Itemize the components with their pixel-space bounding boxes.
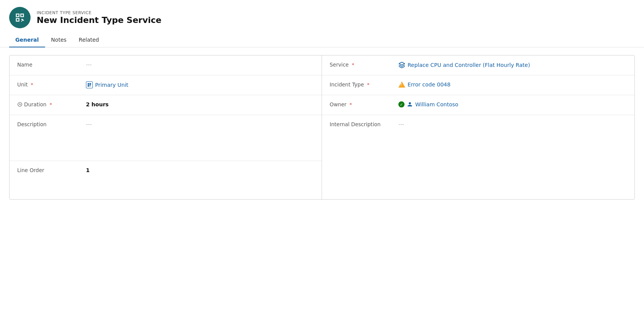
value-incident-type[interactable]: Error code 0048: [398, 81, 627, 88]
field-description: Description ---: [10, 115, 322, 161]
label-description: Description: [17, 120, 86, 127]
required-unit: *: [31, 82, 33, 88]
value-line-order[interactable]: 1: [86, 166, 314, 173]
value-description[interactable]: ---: [86, 120, 314, 127]
tab-general[interactable]: General: [9, 33, 45, 47]
field-name: Name ---: [10, 55, 322, 75]
page-title: New Incident Type Service: [37, 15, 162, 25]
tab-notes[interactable]: Notes: [45, 33, 73, 47]
page-header: INCIDENT TYPE SERVICE New Incident Type …: [0, 0, 644, 33]
svg-point-1: [19, 104, 20, 105]
required-incident-type: *: [367, 82, 370, 88]
check-circle-icon: ✓: [398, 101, 405, 107]
label-line-order: Line Order: [17, 166, 86, 173]
page-subtitle: INCIDENT TYPE SERVICE: [37, 10, 162, 15]
field-duration: Duration * 2 hours: [10, 95, 322, 115]
value-name[interactable]: ---: [86, 61, 314, 68]
label-name: Name: [17, 61, 86, 68]
service-cube-icon: [398, 62, 405, 68]
form-card: Name --- Unit * Primary Unit: [9, 55, 635, 200]
field-service: Service * Replace CPU and Controller (Fl…: [322, 55, 634, 75]
field-owner: Owner * ✓ William Contoso: [322, 95, 634, 115]
form-col-left: Name --- Unit * Primary Unit: [10, 55, 322, 199]
value-owner[interactable]: ✓ William Contoso: [398, 101, 627, 107]
required-service: *: [352, 62, 354, 68]
form-grid: Name --- Unit * Primary Unit: [10, 55, 634, 199]
value-unit[interactable]: Primary Unit: [86, 81, 314, 88]
label-service: Service *: [330, 61, 398, 68]
app-avatar: [9, 7, 31, 28]
header-text: INCIDENT TYPE SERVICE New Incident Type …: [37, 10, 162, 25]
required-owner: *: [350, 102, 352, 107]
incident-service-icon: [15, 12, 25, 23]
label-owner: Owner *: [330, 101, 398, 107]
label-duration: Duration *: [17, 101, 86, 107]
label-incident-type: Incident Type *: [330, 81, 398, 88]
field-line-order: Line Order 1: [10, 161, 322, 181]
form-col-right: Service * Replace CPU and Controller (Fl…: [322, 55, 634, 199]
value-duration[interactable]: 2 hours: [86, 101, 314, 107]
clock-icon: [17, 102, 23, 107]
person-icon: [407, 101, 413, 107]
field-internal-description: Internal Description ---: [322, 115, 634, 199]
unit-icon: [86, 81, 93, 88]
form-content: Name --- Unit * Primary Unit: [0, 47, 644, 207]
field-unit: Unit * Primary Unit: [10, 75, 322, 95]
required-duration: *: [50, 102, 52, 107]
field-incident-type: Incident Type * Error code 0048: [322, 75, 634, 95]
tab-related[interactable]: Related: [73, 33, 105, 47]
label-unit: Unit *: [17, 81, 86, 88]
value-internal-description[interactable]: ---: [398, 120, 627, 127]
tab-bar: General Notes Related: [0, 33, 644, 47]
label-internal-description: Internal Description: [330, 120, 398, 127]
value-service[interactable]: Replace CPU and Controller (Flat Hourly …: [398, 61, 627, 68]
warning-icon: [398, 81, 405, 88]
